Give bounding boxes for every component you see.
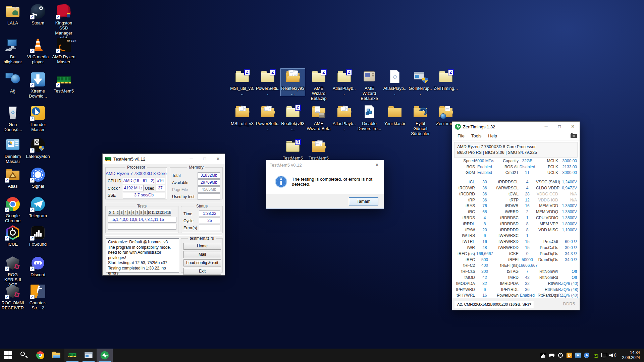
exit-button[interactable]: Exit <box>183 268 221 275</box>
dialog-titlebar[interactable]: TestMem5 v0.12 ✕ <box>266 160 384 170</box>
dram-module-select[interactable]: A2: CMH32GX5M2B6000Z30 (16GB, SR)▼ <box>455 301 534 308</box>
minimize-button[interactable]: ─ <box>184 154 198 164</box>
testmem5-titlebar[interactable]: TestMem5 v0.12 ─ □ ✕ <box>103 154 225 164</box>
taskbar-button-start[interactable] <box>0 349 16 362</box>
status-row-field[interactable]: 25 <box>199 218 220 224</box>
network-tray-icon[interactable] <box>600 349 608 362</box>
desktop-icon-msi-util-v3-1[interactable]: MSI_util_v3 <box>230 104 254 126</box>
desktop-icon-zentiming-0[interactable]: ZZenTiming... <box>434 69 458 91</box>
dialog-close-icon[interactable]: ✕ <box>370 160 384 170</box>
status-row-field[interactable]: 1:38.22 <box>199 210 220 217</box>
taskbar-button-explorer[interactable] <box>48 349 64 362</box>
desktop-icon-amd-ryzen-master[interactable]: RYZEN↗AMD Ryzen Master <box>52 37 76 64</box>
test-button-15[interactable]: 15 <box>167 210 171 216</box>
desktop-icon-realtek-v93-1[interactable]: ZRealtek(v93... <box>281 104 305 131</box>
desktop-icon-geri-dönüşü[interactable]: ♻Geri Dönüşü... <box>1 105 25 132</box>
downloader-tray-icon[interactable] <box>574 349 582 362</box>
memory-row-field[interactable]: 4565Mb <box>198 186 220 193</box>
desktop-icon-icue[interactable]: ↗iCUE <box>1 225 25 247</box>
nvidia-tray-icon[interactable] <box>591 349 600 362</box>
desktop-icon-atlasplayb-0[interactable]: ZAtlasPlayb... <box>332 69 356 96</box>
cpu-mult-field[interactable]: x16 <box>156 178 165 184</box>
memory-row-field[interactable]: 31832Mb <box>198 172 220 179</box>
timing-row: tRFC500 <box>454 257 495 263</box>
kingston-icon: ↗ <box>56 3 72 19</box>
desktop-icon-latencymon[interactable]: ↗LatencyMon <box>26 137 50 159</box>
desktop-icon-ame-wizard-beta-1[interactable]: AME Wizard Beta <box>307 104 331 131</box>
menu-help[interactable]: Help <box>485 133 500 138</box>
desktop-icon-disable-drivers-fro-1[interactable]: Disable Drivers fro... <box>357 104 381 131</box>
desktop-icon-atlas[interactable]: ↗Atlas <box>1 167 25 189</box>
desktop-icon-powersetti-1[interactable]: PowerSetti... <box>256 104 280 131</box>
desktop-icon-counter-str-2[interactable]: ↗Counter-Str... 2 <box>26 283 50 310</box>
used-field[interactable]: 37 <box>156 185 165 191</box>
close-button[interactable]: ✕ <box>211 154 225 164</box>
desktop-icon-eylül-güncel-sürücüler-1[interactable]: Eylül Güncel Sürücüler <box>408 104 432 136</box>
desktop-icon-google-chrome[interactable]: ↗Google Chrome <box>1 196 25 223</box>
taskbar-button-zentimings[interactable] <box>97 349 113 362</box>
desktop-icon-thunder-master[interactable]: ↗Thunder Master <box>26 105 50 132</box>
fxsound-tray-icon[interactable] <box>539 349 547 362</box>
desktop-icon-discord[interactable]: ↗Discord <box>26 255 50 277</box>
status-row-field[interactable] <box>199 225 220 231</box>
desktop-icon-lala[interactable]: LALA <box>1 3 25 25</box>
desktop-icon-testmem5[interactable]: ↗TestMem5 <box>52 71 76 94</box>
desktop-icon-fxsound[interactable]: ↗FxSound <box>26 225 50 247</box>
desktop-icon-powersetti-0[interactable]: ZPowerSetti... <box>256 69 280 96</box>
desktop-icon-yeni-klasör-1[interactable]: Yeni klasör <box>383 104 407 126</box>
taskbar-clock[interactable]: 14:34 2.09.2024 <box>617 350 642 360</box>
test-sequence-field[interactable]: ...5,1,4,3,0,13,9,14,7,8,1,11,15 <box>108 217 176 223</box>
ok-button[interactable]: Tamam <box>349 197 378 205</box>
minimize-button[interactable]: ─ <box>539 122 553 132</box>
dfx-tray-icon[interactable]: D <box>565 349 574 362</box>
screenshot-icon[interactable] <box>571 134 577 138</box>
menu-file[interactable]: File <box>454 133 468 138</box>
desktop-icon-ağ[interactable]: Ağ <box>1 71 25 94</box>
show-desktop-button[interactable] <box>642 349 644 362</box>
desktop-icon-xtreme-downlo[interactable]: ↗Xtreme Downlo... <box>26 71 50 99</box>
discord-tray-icon[interactable] <box>547 349 556 362</box>
taskbar-button-testmem5[interactable] <box>64 349 80 362</box>
memory-row-field[interactable]: 29769Mb <box>198 179 220 186</box>
load-config-exit-button[interactable]: Load config & exit <box>183 259 221 266</box>
zentimings-titlebar[interactable]: ZenTimings 1.32 ─ □ ✕ <box>452 122 580 132</box>
desktop-icon-ame-wizard-beta-zip-0[interactable]: ZAME Wizard Beta.zip <box>307 69 331 101</box>
desktop-icon-atlasplayb-0[interactable]: ◇AtlasPlayb... <box>383 69 407 96</box>
maximize-button[interactable]: □ <box>553 122 566 132</box>
close-button[interactable]: ✕ <box>566 122 580 132</box>
menu-tools[interactable]: Tools <box>468 133 485 138</box>
desktop-icon-denetim-masası[interactable]: Denetim Masası <box>1 137 25 164</box>
test-extra-field[interactable] <box>108 224 176 230</box>
desktop-icon-testmem5-2[interactable]: RTestMem5 <box>281 138 305 161</box>
volume-tray-icon[interactable]: )) <box>608 349 617 362</box>
signal-tray-icon[interactable] <box>582 349 591 362</box>
desktop-icon-telegram[interactable]: ↗Telegram <box>26 196 50 218</box>
desktop-icon-realtek-v93-0[interactable]: Realtek(v93... <box>281 69 305 96</box>
taskbar-button-chrome[interactable] <box>32 349 48 362</box>
clock-field[interactable]: 4192 MHz <box>123 185 144 191</box>
desktop-icon-atlasplayb-1[interactable]: AtlasPlayb... <box>332 104 356 131</box>
desktop-icon-msi-util-v3-0[interactable]: ZMSI_util_v3... <box>230 69 254 96</box>
taskbar-button-search[interactable] <box>16 349 32 362</box>
taskbar-button-app-window[interactable] <box>80 349 97 362</box>
desktop-icon-gointerrup-0[interactable]: GoInterrup... <box>408 69 432 96</box>
icue-tray-icon[interactable] <box>556 349 565 362</box>
desktop-icon-signal[interactable]: ↗Signal <box>26 167 50 189</box>
zentimings-bottombar: A2: CMH32GX5M2B6000Z30 (16GB, SR)▼ DDR5 <box>452 298 580 310</box>
home-button[interactable]: Home <box>183 243 221 250</box>
cpu-id-field[interactable]: AMD (19 · 61 · 2) <box>123 178 155 184</box>
memory-row-field[interactable] <box>198 193 220 200</box>
icon-label: LatencyMon <box>26 154 50 159</box>
test-log[interactable]: Customize: Default @1usmus_v3The program… <box>106 238 179 273</box>
desktop-icon-rog-keris-ii-ace[interactable]: ↗ROG KERIS II ACE <box>1 255 25 287</box>
desktop-icon-rog-omni-receiver[interactable]: ↗ROG OMNI RECEIVER <box>1 283 25 310</box>
desktop-icon-kingston-ssd-manager-x64[interactable]: ↗Kingston SSD Manager x64 <box>52 3 76 41</box>
desktop-icon-ame-wizard-beta-exe-0[interactable]: AME Wizard Beta.exe <box>357 69 381 101</box>
desktop-icon-bu-bilgisayar[interactable]: Bu bilgisayar <box>1 37 25 64</box>
mail-button[interactable]: Mail <box>183 251 221 258</box>
desktop-icon-steam[interactable]: ↗Steam <box>26 3 50 25</box>
desktop-icon-testmem5-2[interactable]: TestMem5 <box>307 138 331 161</box>
desktop-icon-vlc-media-player[interactable]: ↗VLC media player <box>26 37 50 64</box>
sse-field[interactable]: 3.7 sec/Gb <box>123 192 165 198</box>
timing-row: RttNomWrOff <box>536 268 578 275</box>
